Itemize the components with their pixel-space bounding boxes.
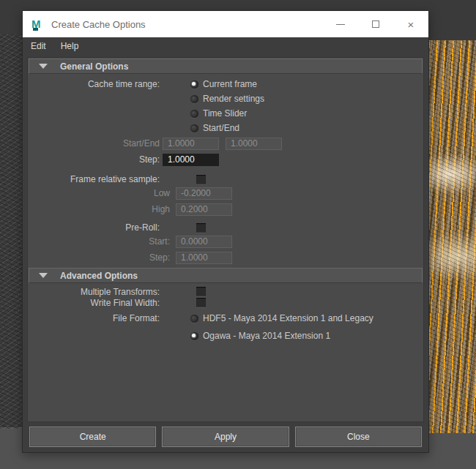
multiple-transforms-label: Multiple Transforms: (28, 287, 160, 297)
menubar: Edit Help (23, 37, 428, 54)
multiple-transforms-checkbox[interactable] (196, 287, 206, 296)
maximize-button[interactable] (358, 11, 393, 37)
minimize-icon (336, 24, 345, 25)
general-options-header[interactable]: General Options (29, 59, 423, 74)
section-title: Advanced Options (60, 271, 138, 281)
pre-roll-start-field[interactable] (176, 236, 232, 248)
pre-roll-step-field[interactable] (176, 252, 232, 264)
advanced-options-header[interactable]: Advanced Options (29, 268, 423, 283)
radio-start-end-label[interactable]: Start/End (203, 123, 239, 133)
options-form: General Options Cache time range: Curren… (27, 57, 424, 422)
start-field[interactable] (163, 138, 219, 150)
frame-relative-sample-checkbox[interactable] (196, 175, 206, 184)
step-field[interactable] (163, 154, 219, 166)
apply-button[interactable]: Apply (162, 427, 289, 447)
radio-time-slider[interactable] (190, 110, 198, 118)
window-title: Create Cache Options (51, 19, 146, 30)
end-field[interactable] (226, 138, 282, 150)
minimize-button[interactable] (323, 11, 358, 37)
step-label: Step: (28, 154, 160, 165)
pre-roll-checkbox[interactable] (196, 223, 206, 233)
close-action-button[interactable]: Close (295, 427, 422, 447)
radio-render-settings-label[interactable]: Render settings (203, 94, 264, 104)
radio-ogawa-label[interactable]: Ogawa - Maya 2014 Extension 1 (203, 331, 330, 341)
radio-time-slider-label[interactable]: Time Slider (203, 108, 247, 119)
write-final-width-label: Write Final Width: (28, 298, 160, 308)
write-final-width-checkbox[interactable] (196, 298, 206, 307)
dialog-footer: Create Apply Close (29, 427, 422, 447)
maya-logo-icon: M (31, 18, 43, 31)
window-controls: × (323, 11, 428, 37)
radio-start-end[interactable] (190, 124, 198, 132)
create-cache-options-window: M Create Cache Options × Edit Help Gener… (22, 10, 429, 453)
radio-ogawa[interactable] (190, 332, 198, 340)
pre-roll-label: Pre-Roll: (28, 222, 160, 233)
close-button[interactable]: × (393, 11, 428, 37)
titlebar[interactable]: M Create Cache Options × (23, 11, 428, 37)
render-texture-right (428, 40, 476, 433)
low-label: Low (28, 188, 170, 198)
collapse-triangle-icon (39, 273, 48, 278)
radio-current-frame[interactable] (190, 80, 198, 89)
create-button[interactable]: Create (29, 427, 156, 447)
menu-help[interactable]: Help (53, 39, 86, 53)
start-end-label: Start/End (28, 138, 160, 149)
menu-edit[interactable]: Edit (23, 39, 53, 53)
frame-relative-sample-label: Frame relative sample: (28, 174, 160, 184)
radio-render-settings[interactable] (190, 95, 198, 103)
file-format-label: File Format: (28, 313, 160, 323)
radio-current-frame-label[interactable]: Current frame (203, 79, 257, 89)
collapse-triangle-icon (39, 64, 48, 69)
section-title: General Options (60, 61, 128, 72)
maximize-icon (372, 20, 379, 28)
pre-roll-step-label: Step: (28, 252, 170, 263)
cache-time-range-label: Cache time range: (28, 79, 160, 89)
low-field[interactable] (176, 187, 232, 200)
pre-roll-start-label: Start: (28, 236, 170, 247)
close-icon: × (408, 19, 414, 30)
radio-hdf5-label[interactable]: HDF5 - Maya 2014 Extension 1 and Legacy (203, 313, 373, 323)
high-label: High (28, 204, 170, 214)
high-field[interactable] (176, 203, 232, 216)
radio-hdf5[interactable] (190, 315, 198, 323)
